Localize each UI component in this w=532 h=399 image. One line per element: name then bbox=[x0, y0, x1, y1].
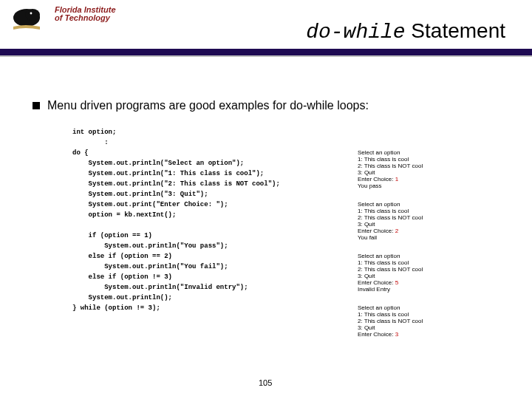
output-choice-line: Enter Choice: 5 bbox=[358, 279, 505, 286]
output-line: 2: This class is NOT cool bbox=[358, 163, 505, 169]
output-line: 2: This class is NOT cool bbox=[358, 266, 505, 273]
output-line: 3: Quit bbox=[358, 273, 505, 279]
output-line: 2: This class is NOT cool bbox=[358, 214, 505, 221]
bullet-text: Menu driven programs are good examples f… bbox=[47, 99, 369, 112]
page-number: 105 bbox=[259, 378, 272, 387]
output-choice-line: Enter Choice: 3 bbox=[358, 331, 505, 338]
output-block-3: Select an option1: This class is cool2: … bbox=[358, 253, 505, 293]
svg-point-1 bbox=[25, 9, 40, 21]
slide-title: do-while Statement bbox=[306, 19, 505, 44]
output-line: Select an option bbox=[358, 149, 505, 156]
output-line: 1: This class is cool bbox=[358, 156, 505, 163]
output-block-4: Select an option1: This class is cool2: … bbox=[358, 304, 505, 338]
output-line: Select an option bbox=[358, 201, 505, 208]
title-monospace: do-while bbox=[306, 21, 405, 44]
output-choice-line: Enter Choice: 2 bbox=[358, 228, 505, 234]
user-input: 3 bbox=[395, 331, 398, 338]
user-input: 2 bbox=[395, 228, 398, 234]
output-line: 1: This class is cool bbox=[358, 259, 505, 266]
output-line: Select an option bbox=[358, 304, 505, 311]
bullet-item: Menu driven programs are good examples f… bbox=[33, 99, 517, 112]
institution-name: Florida Institute of Technology bbox=[55, 6, 116, 22]
institution-line2: of Technology bbox=[55, 13, 110, 22]
output-result: You pass bbox=[358, 183, 505, 189]
output-block-1: Select an option1: This class is cool2: … bbox=[358, 149, 505, 189]
output-choice-line: Enter Choice: 1 bbox=[358, 176, 505, 183]
output-line: 3: Quit bbox=[358, 169, 505, 176]
output-line: 2: This class is NOT cool bbox=[358, 318, 505, 324]
content-area: Menu driven programs are good examples f… bbox=[33, 99, 517, 112]
title-rule-light bbox=[0, 55, 532, 57]
output-line: 3: Quit bbox=[358, 324, 505, 331]
user-input: 5 bbox=[395, 279, 398, 286]
output-line: 1: This class is cool bbox=[358, 311, 505, 318]
output-line: 1: This class is cool bbox=[358, 208, 505, 214]
slide-header: Florida Institute of Technology do-while… bbox=[0, 0, 532, 56]
title-rest: Statement bbox=[406, 19, 505, 42]
output-line: 3: Quit bbox=[358, 221, 505, 228]
output-result: You fail bbox=[358, 234, 505, 241]
svg-point-2 bbox=[30, 13, 33, 15]
output-block-2: Select an option1: This class is cool2: … bbox=[358, 201, 505, 241]
panther-logo-icon bbox=[10, 4, 52, 34]
square-bullet-icon bbox=[33, 102, 40, 109]
output-line: Select an option bbox=[358, 253, 505, 259]
output-result: Invalid Entry bbox=[358, 286, 505, 293]
user-input: 1 bbox=[395, 176, 398, 183]
title-rule-dark bbox=[0, 49, 532, 55]
code-listing: int option; : do { System.out.println("S… bbox=[72, 127, 338, 313]
